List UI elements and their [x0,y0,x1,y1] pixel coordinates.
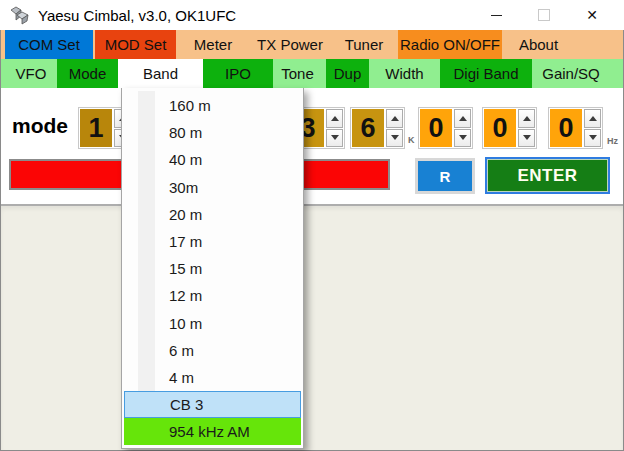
app-window: Yaesu Cimbal, v3.0, OK1UFC ✕ COM Set MOD… [0,0,624,451]
band-item-40m[interactable]: 40 m [124,146,301,173]
arrow-down-icon [523,135,531,140]
enter-button[interactable]: ENTER [485,157,610,194]
r-button[interactable]: R [415,158,475,194]
freq-spinner-100k-up-button[interactable] [326,109,343,128]
menu-meter-label: Meter [194,36,232,53]
band-item-954khz-am[interactable]: 954 kHz AM [124,418,301,445]
menu-tone[interactable]: Tone [273,59,322,88]
maximize-icon [538,9,550,21]
arrow-up-icon [391,116,399,121]
arrow-up-icon [523,116,531,121]
freq-spinner-10k-down-button[interactable] [386,129,403,148]
menu-ipo-label: IPO [225,65,251,82]
freq-spinner-ones-down-button[interactable] [584,129,601,148]
menu-width[interactable]: Width [369,59,440,88]
menu-mode-label: Mode [69,65,107,82]
freq-spinner-hundreds-down-button[interactable] [454,129,471,148]
freq-spinner-10k-value: 6 [352,109,384,147]
arrow-down-icon [331,135,339,140]
freq-spinner-tens[interactable]: 0 [482,107,537,149]
menu-gain-sq[interactable]: Gain/SQ [532,59,610,88]
close-icon: ✕ [586,8,598,22]
band-item-30m[interactable]: 30m [124,174,301,201]
band-item-15m[interactable]: 15 m [124,255,301,282]
freq-spinner-ones-value: 0 [550,109,582,147]
menu-band-label: Band [143,65,178,82]
menu-radio-on-off-label: Radio ON/OFF [400,36,500,53]
menu-about[interactable]: About [502,30,575,59]
band-item-12m[interactable]: 12 m [124,282,301,309]
menu-tone-label: Tone [281,65,314,82]
menu-vfo[interactable]: VFO [5,59,57,88]
maximize-button[interactable] [520,0,568,30]
arrow-up-icon [331,116,339,121]
menu-tx-power[interactable]: TX Power [250,30,330,59]
band-item-160m[interactable]: 160 m [124,92,301,119]
menu-meter[interactable]: Meter [176,30,250,59]
freq-spinner-hundreds-up-button[interactable] [454,109,471,128]
menu-com-set[interactable]: COM Set [5,30,93,59]
band-item-4m[interactable]: 4 m [124,364,301,391]
menu-band[interactable]: Band [118,59,203,88]
menu-mode[interactable]: Mode [57,59,118,88]
band-item-10m[interactable]: 10 m [124,310,301,337]
mode-label: mode [12,114,68,138]
menu-digi-band[interactable]: Digi Band [440,59,532,88]
top-menubar: COM Set MOD Set Meter TX Power Tuner Rad… [1,30,623,59]
band-item-17m[interactable]: 17 m [124,228,301,255]
app-icon [10,5,30,25]
freq-spinner-tens-value: 0 [484,109,516,147]
menu-ipo[interactable]: IPO [203,59,273,88]
freq-spinner-tens-down-button[interactable] [518,129,535,148]
freq-spinner-hundreds-value: 0 [420,109,452,147]
freq-spinner-100k-down-button[interactable] [326,129,343,148]
menu-com-set-label: COM Set [18,36,80,53]
band-item-cb3[interactable]: CB 3 [124,391,301,418]
khz-unit-label: K [408,135,415,145]
freq-spinner-tens-up-button[interactable] [518,109,535,128]
menu-gain-sq-label: Gain/SQ [542,65,600,82]
band-item-80m[interactable]: 80 m [124,119,301,146]
close-button[interactable]: ✕ [568,0,616,30]
arrow-down-icon [459,135,467,140]
band-dropdown-menu: 160 m 80 m 40 m 30m 20 m 17 m 15 m 12 m … [121,88,304,449]
freq-spinner-hundreds[interactable]: 0 [418,107,473,149]
arrow-up-icon [459,116,467,121]
menu-about-label: About [519,36,558,53]
band-item-6m[interactable]: 6 m [124,337,301,364]
mode-spinner-value: 1 [80,109,112,147]
menu-dup[interactable]: Dup [326,59,369,88]
menu-width-label: Width [385,65,423,82]
menu-dup-label: Dup [334,65,362,82]
title-bar: Yaesu Cimbal, v3.0, OK1UFC ✕ [0,0,624,30]
freq-spinner-ones-up-button[interactable] [584,109,601,128]
freq-spinner-10k[interactable]: 6 [350,107,405,149]
menu-mod-set[interactable]: MOD Set [95,30,176,59]
band-item-20m[interactable]: 20 m [124,201,301,228]
menu-tuner-label: Tuner [345,36,384,53]
menu-mod-set-label: MOD Set [105,36,167,53]
freq-spinner-ones[interactable]: 0 [548,107,603,149]
arrow-down-icon [589,135,597,140]
arrow-down-icon [391,135,399,140]
bottom-panel [1,206,623,450]
menu-tuner[interactable]: Tuner [330,30,398,59]
minimize-icon [491,15,502,16]
window-title: Yaesu Cimbal, v3.0, OK1UFC [38,7,236,24]
minimize-button[interactable] [472,0,520,30]
hz-unit-label: Hz [607,136,618,146]
menu-digi-band-label: Digi Band [453,65,518,82]
menu-radio-on-off[interactable]: Radio ON/OFF [398,30,502,59]
freq-spinner-10k-up-button[interactable] [386,109,403,128]
function-menubar: VFO Mode Band IPO Tone Dup Width Digi Ba… [1,59,623,88]
arrow-up-icon [589,116,597,121]
menu-tx-power-label: TX Power [257,36,323,53]
menu-vfo-label: VFO [16,65,47,82]
